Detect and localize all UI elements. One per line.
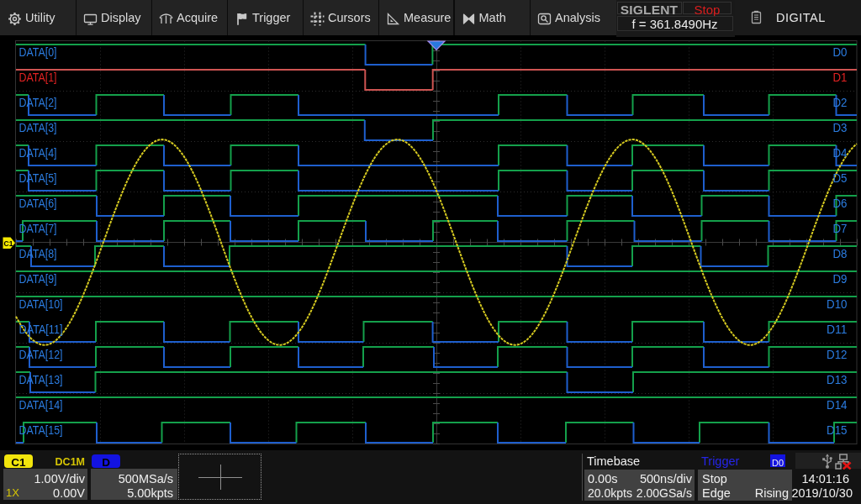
svg-text:D2: D2 [833, 96, 848, 109]
svg-text:DATA[3]: DATA[3] [19, 121, 57, 134]
svg-text:DATA[0]: DATA[0] [19, 45, 57, 59]
svg-text:D13: D13 [827, 373, 848, 386]
svg-text:DATA[9]: DATA[9] [19, 272, 57, 286]
svg-text:DATA[15]: DATA[15] [19, 423, 63, 437]
svg-text:DATA[6]: DATA[6] [19, 197, 57, 210]
svg-text:D14: D14 [827, 398, 848, 412]
svg-text:DATA[12]: DATA[12] [19, 348, 63, 361]
svg-text:DATA[5]: DATA[5] [19, 171, 57, 185]
svg-text:D3: D3 [833, 121, 848, 134]
svg-text:DATA[1]: DATA[1] [19, 71, 57, 84]
svg-text:D15: D15 [827, 423, 848, 437]
svg-text:DATA[4]: DATA[4] [19, 146, 57, 160]
svg-text:D9: D9 [833, 272, 848, 286]
svg-text:DATA[13]: DATA[13] [19, 373, 63, 386]
svg-text:C1: C1 [4, 239, 13, 248]
svg-text:DATA[7]: DATA[7] [19, 222, 57, 235]
svg-text:D8: D8 [833, 247, 848, 260]
svg-text:DATA[14]: DATA[14] [19, 398, 63, 412]
svg-text:D6: D6 [833, 197, 848, 210]
svg-text:D11: D11 [827, 323, 848, 336]
svg-text:D1: D1 [833, 71, 848, 84]
svg-text:D12: D12 [827, 348, 848, 361]
svg-text:DATA[11]: DATA[11] [19, 323, 63, 336]
svg-text:D5: D5 [833, 171, 848, 185]
svg-text:D10: D10 [827, 297, 848, 311]
svg-text:DATA[8]: DATA[8] [19, 247, 57, 260]
svg-text:D4: D4 [833, 146, 848, 160]
svg-text:DATA[10]: DATA[10] [19, 297, 63, 311]
svg-text:D0: D0 [833, 45, 848, 59]
svg-text:D7: D7 [833, 222, 848, 235]
svg-text:DATA[2]: DATA[2] [19, 96, 57, 109]
